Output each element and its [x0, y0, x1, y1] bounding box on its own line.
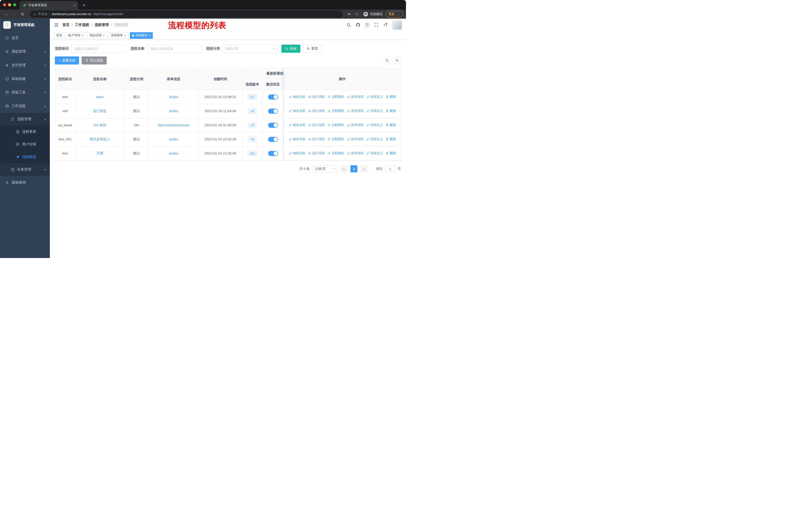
fullscreen-icon[interactable] [374, 23, 379, 27]
back-button[interactable]: ← [3, 10, 10, 18]
breadcrumb-process-mgmt[interactable]: 流程管理 [95, 23, 109, 27]
page-number-1[interactable]: 1 [350, 165, 357, 172]
sidebar-item-user-group[interactable]: 用户分组 [0, 138, 50, 151]
password-key-icon[interactable] [346, 12, 353, 16]
delete-flow-link[interactable]: 删除 [386, 137, 396, 141]
app-logo[interactable]: 芋道管理系统 [0, 19, 50, 31]
active-status-toggle[interactable] [268, 94, 278, 100]
import-flow-button[interactable]: ↥ 导入流程 [82, 56, 107, 64]
forward-button[interactable]: → [11, 10, 18, 18]
tag-my-process[interactable]: 我的流程 × [87, 32, 107, 39]
tag-close-icon[interactable]: × [103, 34, 105, 37]
delete-flow-link[interactable]: 删除 [386, 151, 396, 156]
browser-menu-icon[interactable]: ⋮ [397, 12, 400, 16]
delete-flow-link[interactable]: 删除 [386, 95, 396, 99]
active-status-toggle[interactable] [268, 151, 278, 156]
sidebar-item-task-mgmt[interactable]: 任务管理 ▾ [0, 163, 50, 176]
search-icon[interactable] [346, 23, 351, 27]
goto-page-input[interactable] [385, 165, 396, 172]
design-flow-link[interactable]: 设计流程 [308, 151, 325, 156]
assign-rule-link[interactable]: 分配规则 [327, 151, 344, 156]
delete-flow-link[interactable]: 删除 [386, 109, 396, 113]
create-flow-button[interactable]: + 新建流程 [55, 56, 79, 64]
modify-flow-link[interactable]: 修改流程 [289, 95, 305, 99]
publish-flow-link[interactable]: 发布流程 [347, 123, 364, 127]
design-flow-link[interactable]: 设计流程 [308, 137, 325, 141]
sidebar-item-process-mgmt[interactable]: 流程管理 ▴ [0, 113, 50, 126]
reset-button[interactable]: ↻ 重置 [303, 45, 322, 53]
assign-rule-link[interactable]: 分配规则 [327, 109, 344, 113]
flow-definition-link[interactable]: 流程定义 [366, 123, 383, 127]
next-page-button[interactable]: › [360, 165, 368, 172]
new-tab-button[interactable]: + [81, 2, 87, 8]
sidebar-item-infra[interactable]: 基础设施 ▾ [0, 72, 50, 86]
active-status-toggle[interactable] [268, 123, 278, 128]
cell-form-link[interactable]: /bpm/oa/leave/create [149, 118, 198, 132]
hamburger-icon[interactable] [54, 22, 59, 27]
tag-close-icon[interactable]: × [124, 34, 126, 37]
tag-home[interactable]: 首页 [54, 32, 64, 39]
active-status-toggle[interactable] [268, 137, 278, 142]
toggle-search-button[interactable] [383, 57, 391, 64]
refresh-table-button[interactable]: ↻ [394, 57, 401, 64]
cell-process-name-link[interactable]: 自己审批 [75, 104, 124, 118]
github-icon[interactable] [356, 23, 360, 27]
tag-process-form[interactable]: 流程表单 × [109, 32, 128, 39]
design-flow-link[interactable]: 设计流程 [308, 95, 325, 99]
flow-definition-link[interactable]: 流程定义 [366, 95, 383, 99]
reload-button[interactable]: ↻ [19, 10, 26, 18]
page-size-select[interactable]: 10条/页 ▾ [313, 165, 337, 172]
cell-process-name-link[interactable]: OA 请假 [75, 118, 124, 132]
window-close-button[interactable] [3, 3, 6, 6]
browser-update-button[interactable]: 更新 ⋮ [386, 11, 403, 18]
design-flow-link[interactable]: 设计流程 [308, 123, 325, 127]
publish-flow-link[interactable]: 发布流程 [347, 95, 364, 99]
modify-flow-link[interactable]: 修改流程 [289, 151, 305, 156]
breadcrumb-workflow[interactable]: 工作流程 [75, 23, 89, 27]
font-size-icon[interactable]: TT [383, 23, 388, 27]
process-key-input[interactable] [71, 44, 126, 53]
address-bar[interactable]: ⚠ 不安全 dashboard.yudao.iocoder.cn/bpm/man… [30, 10, 343, 18]
assign-rule-link[interactable]: 分配规则 [327, 137, 344, 141]
tag-close-icon[interactable]: × [149, 34, 151, 37]
category-select[interactable]: 流程分类 ▾ [223, 44, 278, 53]
flow-definition-link[interactable]: 流程定义 [366, 137, 383, 141]
publish-flow-link[interactable]: 发布流程 [347, 151, 364, 156]
user-avatar[interactable] [393, 20, 402, 30]
cell-process-name-link[interactable]: 测试多审批人 [75, 132, 124, 146]
sidebar-item-payment[interactable]: ¥ 支付管理 ▾ [0, 58, 50, 72]
design-flow-link[interactable]: 设计流程 [308, 109, 325, 113]
sidebar-item-process-model[interactable]: 流程模型 [0, 151, 50, 163]
browser-tab[interactable]: 芋道管理系统 × [20, 1, 78, 9]
security-label[interactable]: 不安全 [38, 12, 48, 17]
modify-flow-link[interactable]: 修改流程 [289, 123, 305, 127]
sidebar-item-process-form[interactable]: 流程表单 [0, 126, 50, 138]
bookmark-star-icon[interactable]: ☆ [354, 12, 360, 17]
modify-flow-link[interactable]: 修改流程 [289, 137, 305, 141]
sidebar-item-system[interactable]: 系统管理 ▾ [0, 45, 50, 58]
sidebar-item-leave-query[interactable]: 请假查询 [0, 176, 50, 189]
sidebar-item-home[interactable]: 首页 [0, 31, 50, 45]
tag-close-icon[interactable]: × [82, 34, 84, 37]
assign-rule-link[interactable]: 分配规则 [327, 123, 344, 127]
cell-form-link[interactable]: biubiu [149, 90, 198, 104]
assign-rule-link[interactable]: 分配规则 [327, 95, 344, 99]
tag-process-model[interactable]: 流程模型 × [130, 32, 153, 39]
flow-definition-link[interactable]: 流程定义 [366, 151, 383, 156]
cell-form-link[interactable]: biubiu [149, 146, 198, 161]
flow-definition-link[interactable]: 流程定义 [366, 109, 383, 113]
cell-form-link[interactable]: biubiu [149, 132, 198, 146]
tab-close-icon[interactable]: × [73, 3, 76, 7]
publish-flow-link[interactable]: 发布流程 [347, 137, 364, 141]
sidebar-item-workflow[interactable]: 工作流程 ▴ [0, 99, 50, 113]
modify-flow-link[interactable]: 修改流程 [289, 109, 305, 113]
active-status-toggle[interactable] [268, 109, 278, 114]
window-minimize-button[interactable] [8, 3, 11, 6]
sidebar-item-dev-tools[interactable]: 研发工具 ▾ [0, 86, 50, 99]
breadcrumb-home[interactable]: 首页 [62, 23, 69, 27]
window-zoom-button[interactable] [13, 3, 16, 6]
search-button[interactable]: 搜索 [282, 45, 300, 53]
cell-form-link[interactable]: biubiu [149, 104, 198, 118]
cell-process-name-link[interactable]: eeee [75, 90, 124, 104]
help-icon[interactable]: ? [365, 23, 369, 27]
